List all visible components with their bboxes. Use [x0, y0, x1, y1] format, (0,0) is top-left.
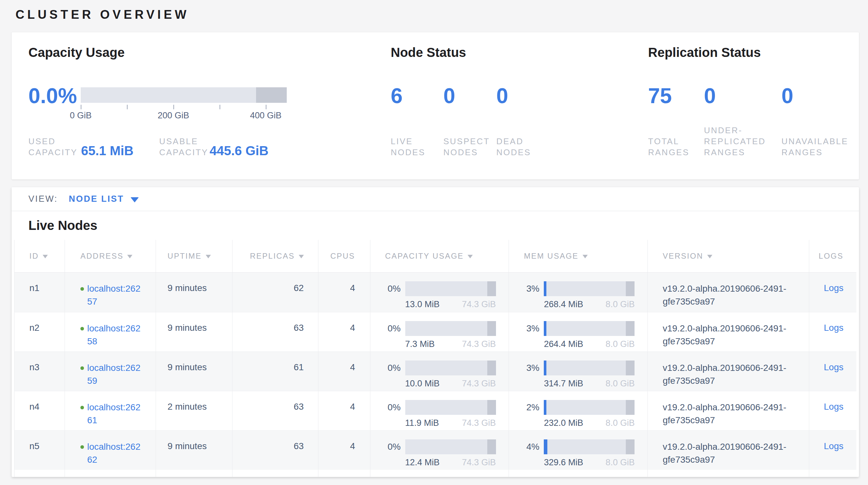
label-line: UNAVAILABLE [781, 136, 848, 147]
live-status-dot-icon [81, 406, 84, 409]
node-address-cell: localhost:26257 [65, 273, 156, 312]
label-line: USABLE [159, 136, 208, 147]
node-id-cell: n1 [14, 273, 65, 312]
logs-link[interactable]: Logs [824, 283, 843, 293]
logs-link[interactable]: Logs [824, 402, 843, 411]
column-header-capacity-usage[interactable]: CAPACITY USAGE [370, 240, 509, 272]
memory-bar-fill [544, 281, 547, 296]
sort-arrow-icon [42, 255, 48, 258]
cell [156, 470, 232, 477]
node-address-link[interactable]: localhost:26257 [87, 282, 143, 308]
cell [14, 470, 65, 477]
replicas-cell: 63 [232, 391, 318, 430]
axis-tick [127, 105, 128, 109]
memory-total-value: 8.0 GiB [606, 418, 634, 428]
uptime-cell: 9 minutes [156, 352, 232, 391]
cell [809, 470, 857, 477]
memory-used-value: 232.0 MiB [544, 418, 583, 428]
column-label: MEM USAGE [524, 252, 578, 261]
memory-total-value: 8.0 GiB [606, 379, 634, 389]
memory-used-value: 314.7 MiB [544, 379, 583, 389]
total-ranges-label: TOTAL RANGES [648, 136, 689, 158]
table-row-partial [14, 470, 857, 477]
logs-cell: Logs [809, 431, 857, 470]
logs-cell: Logs [809, 273, 857, 312]
unavailable-ranges-label: UNAVAILABLE RANGES [781, 136, 848, 158]
table-row: n1 localhost:26257 9 minutes 62 4 0% 13.… [14, 273, 857, 312]
table-row: n2 localhost:26258 9 minutes 63 4 0% 7.3… [14, 312, 857, 351]
capacity-used-value: 7.3 MiB [405, 339, 435, 349]
capacity-usage-cell: 0% 12.4 MiB 74.3 GiB [370, 431, 509, 470]
label-line: UNDER- [704, 125, 766, 136]
uptime-cell: 2 minutes [156, 391, 232, 430]
logs-cell: Logs [809, 352, 857, 391]
total-ranges-count: 75 [648, 82, 672, 110]
node-id-cell: n3 [14, 352, 65, 391]
node-address-link[interactable]: localhost:26259 [87, 362, 143, 387]
label-line: NODES [391, 147, 425, 158]
node-id-cell: n4 [14, 391, 65, 430]
node-address-link[interactable]: localhost:26258 [87, 322, 143, 348]
view-selected-value: NODE LIST [69, 194, 124, 204]
axis-tick-label: 0 GiB [70, 111, 92, 121]
node-id-cell: n2 [14, 312, 65, 351]
node-id-cell: n5 [14, 431, 65, 470]
dead-nodes-count: 0 [496, 82, 508, 110]
node-address-link[interactable]: localhost:26261 [87, 401, 143, 427]
capacity-used-value: 12.4 MiB [405, 458, 440, 467]
sort-arrow-icon [707, 255, 712, 258]
capacity-usage-title: Capacity Usage [28, 45, 125, 60]
column-header-mem-usage[interactable]: MEM USAGE [509, 240, 648, 272]
node-status-section: Node Status 6 0 0 LIVE NODES SUSPECT NOD… [391, 32, 643, 179]
capacity-bar-reserved-segment [487, 321, 496, 336]
sort-arrow-icon [206, 255, 211, 258]
mem-usage-cell: 2% 232.0 MiB 8.0 GiB [509, 391, 648, 430]
view-selector-dropdown[interactable]: NODE LIST [69, 194, 139, 204]
logs-link[interactable]: Logs [824, 323, 843, 333]
memory-bar-reserved-segment [626, 281, 634, 296]
column-label: VERSION [662, 252, 703, 261]
capacity-bar [405, 361, 496, 375]
logs-cell: Logs [809, 391, 857, 430]
capacity-bar-reserved-segment [256, 87, 287, 103]
column-header-uptime[interactable]: UPTIME [156, 240, 232, 272]
logs-link[interactable]: Logs [824, 441, 843, 451]
live-nodes-label: LIVE NODES [391, 136, 425, 158]
capacity-bar [405, 400, 496, 415]
column-header-version[interactable]: VERSION [648, 240, 809, 272]
memory-percent: 4% [509, 439, 544, 454]
cell [509, 470, 648, 477]
cell [648, 470, 809, 477]
version-cell: v19.2.0-alpha.20190606-2491-gfe735c9a97 [648, 352, 809, 391]
label-line: RANGES [781, 147, 848, 158]
column-header-id[interactable]: ID [14, 240, 65, 272]
replicas-cell: 63 [232, 312, 318, 351]
column-header-replicas[interactable]: REPLICAS [232, 240, 318, 272]
capacity-usage-cell: 0% 7.3 MiB 74.3 GiB [370, 312, 509, 351]
memory-bar [544, 321, 634, 336]
table-row: n4 localhost:26261 2 minutes 63 4 0% 11.… [14, 391, 857, 430]
memory-bar-fill [544, 400, 547, 415]
memory-bar-reserved-segment [626, 400, 634, 415]
under-replicated-ranges-label: UNDER- REPLICATED RANGES [704, 125, 766, 158]
column-header-address[interactable]: ADDRESS [65, 240, 156, 272]
capacity-bar-chart: 0 GiB 200 GiB 400 GiB [81, 87, 287, 123]
table-row: n5 localhost:26262 9 minutes 63 4 0% 12.… [14, 430, 857, 470]
memory-used-value: 329.6 MiB [544, 458, 583, 467]
capacity-bar-track [81, 87, 287, 103]
mem-usage-cell: 4% 329.6 MiB 8.0 GiB [509, 431, 648, 470]
version-cell: v19.2.0-alpha.20190606-2491-gfe735c9a97 [648, 431, 809, 470]
column-header-logs: LOGS [809, 240, 857, 272]
capacity-usage-cell: 0% 10.0 MiB 74.3 GiB [370, 352, 509, 391]
node-address-link[interactable]: localhost:26262 [87, 440, 143, 466]
unavailable-ranges-count: 0 [781, 82, 794, 110]
memory-used-value: 264.4 MiB [544, 339, 583, 349]
live-nodes-count: 6 [391, 82, 403, 110]
logs-link[interactable]: Logs [824, 362, 843, 372]
suspect-nodes-label: SUSPECT NODES [443, 136, 490, 158]
table-row: n3 localhost:26259 9 minutes 61 4 0% 10.… [14, 351, 857, 391]
node-status-title: Node Status [391, 45, 466, 60]
sort-arrow-icon [299, 255, 304, 258]
cluster-summary-card: Capacity Usage 0.0% 0 GiB 200 GiB 400 Gi… [11, 32, 859, 179]
replicas-cell: 61 [232, 352, 318, 391]
